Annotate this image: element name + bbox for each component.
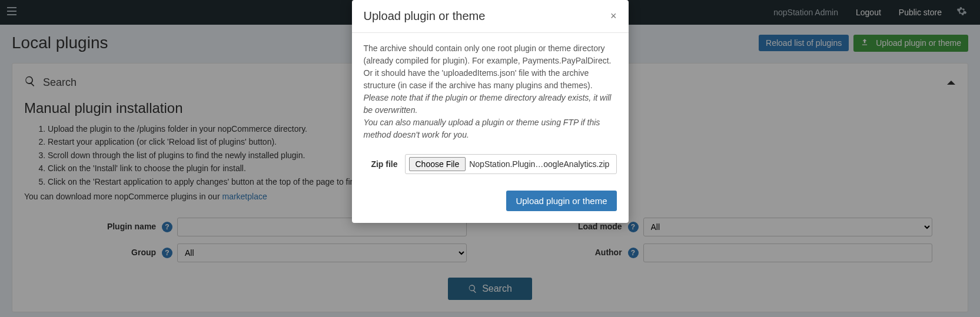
modal-desc-1: The archive should contain only one root… <box>364 42 617 67</box>
upload-submit-button[interactable]: Upload plugin or theme <box>506 191 616 211</box>
selected-file-name: NopStation.Plugin…oogleAnalytics.zip <box>469 158 609 171</box>
file-input[interactable]: Choose File NopStation.Plugin…oogleAnaly… <box>405 154 617 174</box>
modal-desc-2: Or it should have the 'uploadedItems.jso… <box>364 67 617 92</box>
close-icon[interactable]: × <box>610 10 617 22</box>
choose-file-button[interactable]: Choose File <box>409 157 466 171</box>
modal-title: Upload plugin or theme <box>364 9 486 23</box>
modal-note-1: Please note that if the plugin or theme … <box>364 92 617 116</box>
modal-note-2: You can also manually upload a plugin or… <box>364 116 617 141</box>
upload-modal: Upload plugin or theme × The archive sho… <box>352 0 629 223</box>
zip-label: Zip file <box>364 158 405 171</box>
